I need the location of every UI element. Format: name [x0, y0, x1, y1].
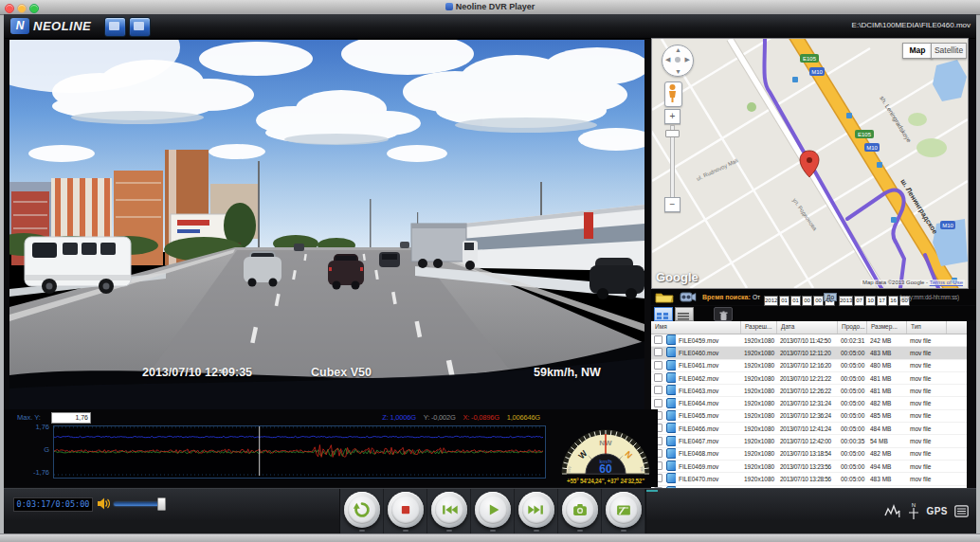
- file-row[interactable]: FILE0462.mov1920x10802013/07/10 12:21:22…: [651, 372, 967, 385]
- file-duration: 00:05:00: [838, 450, 867, 457]
- g-sensor-toggle-icon[interactable]: [884, 503, 901, 518]
- camera-files-icon[interactable]: [680, 291, 697, 303]
- file-row[interactable]: FILE0464.mov1920x10802013/07/10 12:31:24…: [651, 397, 967, 409]
- map-zoom-handle[interactable]: [665, 130, 680, 137]
- file-duration: 00:05:00: [838, 362, 867, 369]
- file-type: mov file: [907, 362, 947, 369]
- compass-toggle-icon[interactable]: N: [908, 501, 919, 520]
- time-field[interactable]: 17: [877, 296, 887, 306]
- file-checkbox[interactable]: [654, 361, 662, 370]
- g-sensor-readout: Z: 1,0006G Y: -0,002G X: -0,0896G 1,0066…: [382, 413, 540, 422]
- movie-file-icon: [666, 473, 676, 483]
- time-field[interactable]: 00: [813, 296, 824, 306]
- time-field[interactable]: 16: [888, 296, 898, 306]
- svg-text:N: N: [912, 502, 916, 508]
- file-row[interactable]: FILE0470.mov1920x10802013/07/10 13:28:56…: [651, 473, 967, 485]
- column-header[interactable]: Имя: [651, 321, 741, 334]
- player-snapshot-button[interactable]: [562, 492, 598, 528]
- file-row[interactable]: FILE0467.mov1920x10802013/07/10 12:42:00…: [651, 435, 967, 447]
- file-row[interactable]: FILE0459.mov1920x10802013/07/10 11:42:50…: [651, 334, 967, 347]
- video-display: 2013/07/10 12:09:35 Cubex V50 59km/h, NW: [9, 40, 644, 409]
- movie-file-icon: [666, 398, 676, 408]
- file-date: 2013/07/10 12:31:24: [777, 400, 838, 406]
- time-field[interactable]: 00: [802, 296, 812, 306]
- file-type: mov file: [907, 400, 947, 406]
- column-header[interactable]: Размер...: [867, 321, 907, 334]
- player-button-cell: [558, 489, 602, 534]
- file-list: ИмяРазреш...ДатаПродо...Размер...Тип FIL…: [651, 321, 967, 485]
- list-view-button[interactable]: [675, 307, 694, 321]
- player-display-button[interactable]: [606, 492, 642, 528]
- file-row[interactable]: FILE0461.mov1920x10802013/07/10 12:16:20…: [651, 360, 967, 372]
- file-checkbox[interactable]: [654, 335, 662, 344]
- file-checkbox[interactable]: [654, 348, 662, 356]
- map-pan-control[interactable]: ▲▼ ◀▶: [662, 45, 694, 77]
- player-play-button[interactable]: [475, 492, 511, 528]
- g-sensor-panel: Max. Y: 1,76 Z: 1,0006G Y: -0,002G X: -0…: [4, 409, 554, 487]
- time-field[interactable]: 07: [854, 296, 864, 306]
- g-sensor-graph[interactable]: [53, 425, 546, 479]
- file-name: FILE0464.mov: [676, 400, 741, 406]
- thumbnail-view-button[interactable]: [654, 307, 673, 321]
- street-view-pegman[interactable]: [664, 81, 682, 107]
- file-row[interactable]: FILE0463.mov1920x10802013/07/10 12:26:22…: [651, 385, 967, 397]
- time-field[interactable]: 2012: [764, 296, 778, 306]
- map-zoom-in-button[interactable]: +: [664, 109, 681, 124]
- file-size: 484 MB: [867, 425, 907, 432]
- file-row[interactable]: FILE0465.mov1920x10802013/07/10 12:36:24…: [651, 410, 967, 423]
- volume-handle[interactable]: [157, 497, 166, 511]
- column-header[interactable]: Разреш...: [741, 321, 777, 334]
- terms-of-use-link[interactable]: Terms of Use: [930, 280, 963, 285]
- view-options-bar: [651, 306, 976, 320]
- file-size: 54 MB: [867, 438, 907, 444]
- time-field[interactable]: 01: [790, 296, 801, 306]
- max-y-input[interactable]: 1,76: [51, 412, 91, 424]
- delete-files-button[interactable]: [714, 307, 733, 321]
- map-canvas: sh. Leningradskoye ш. Ленинградское ul. …: [652, 39, 968, 288]
- file-duration: 00:05:00: [838, 350, 867, 356]
- file-list-toggle-icon[interactable]: [954, 505, 969, 517]
- player-prev-button[interactable]: [431, 492, 467, 528]
- file-duration: 00:05:00: [838, 375, 867, 382]
- player-next-button[interactable]: [518, 492, 554, 528]
- gps-map[interactable]: sh. Leningradskoye ш. Ленинградское ul. …: [651, 38, 969, 289]
- from-label: От: [753, 294, 760, 300]
- file-row[interactable]: FILE0460.mov1920x10802013/07/10 12:11:20…: [651, 347, 967, 359]
- column-header[interactable]: Продо...: [838, 321, 867, 334]
- column-header[interactable]: Тип: [907, 321, 947, 334]
- file-row[interactable]: FILE0466.mov1920x10802013/07/10 12:41:24…: [651, 423, 967, 435]
- time-field[interactable]: 10: [865, 296, 876, 306]
- total-g-value: 1,006646G: [507, 413, 540, 422]
- axis-min-label: -1,76: [25, 468, 49, 477]
- file-checkbox[interactable]: [654, 399, 662, 407]
- satellite-view-button[interactable]: Satellite: [931, 43, 967, 59]
- file-duration: 00:05:00: [838, 388, 867, 394]
- max-y-label: Max. Y:: [17, 413, 41, 422]
- to-label[interactable]: До: [824, 293, 837, 301]
- player-stop-button[interactable]: [388, 492, 424, 528]
- brand-name: NEOLINE: [33, 19, 91, 33]
- file-size: 481 MB: [867, 375, 907, 382]
- file-checkbox[interactable]: [654, 386, 662, 394]
- column-header[interactable]: Дата: [777, 321, 838, 334]
- x-axis-value: X: -0,0896G: [463, 413, 499, 422]
- open-folder-button[interactable]: [129, 17, 151, 37]
- movie-file-icon: [666, 385, 676, 395]
- file-checkbox[interactable]: [654, 373, 662, 382]
- speaker-icon[interactable]: [97, 497, 110, 511]
- file-row[interactable]: FILE0468.mov1920x10802013/07/10 13:18:54…: [651, 448, 967, 461]
- player-loop-button[interactable]: [344, 492, 380, 528]
- file-duration: 00:02:31: [838, 337, 867, 344]
- file-name: FILE0466.mov: [676, 425, 741, 432]
- time-field[interactable]: 01: [779, 296, 789, 306]
- file-row[interactable]: FILE0469.mov1920x10802013/07/10 13:23:56…: [651, 461, 967, 473]
- file-name: FILE0463.mov: [676, 388, 741, 394]
- map-view-button[interactable]: Map: [902, 43, 933, 59]
- file-type: mov file: [907, 337, 947, 344]
- file-size: 483 MB: [867, 350, 907, 356]
- file-resolution: 1920x1080: [741, 362, 777, 369]
- open-files-button[interactable]: [104, 17, 126, 37]
- time-field[interactable]: 2013: [839, 296, 853, 306]
- map-zoom-out-button[interactable]: −: [664, 197, 681, 212]
- open-folder-icon[interactable]: [655, 291, 674, 303]
